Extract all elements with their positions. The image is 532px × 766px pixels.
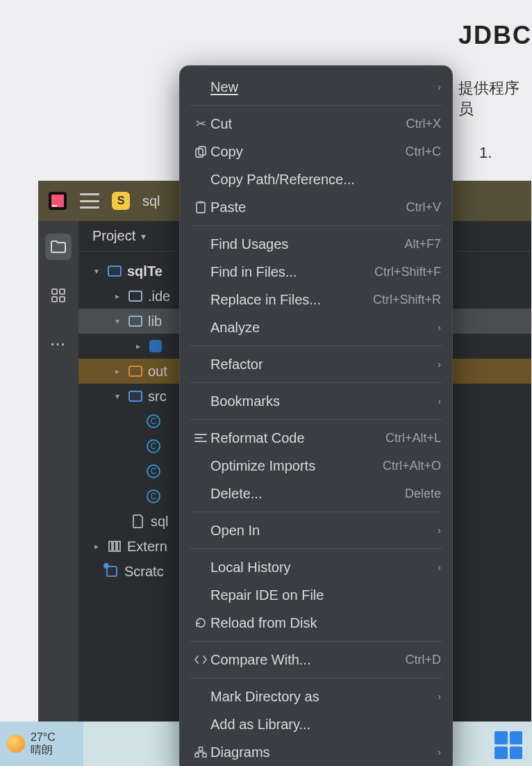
weather-widget[interactable]: 27°C 晴朗 xyxy=(0,722,83,766)
context-menu: New › ✂ Cut Ctrl+X Copy Ctrl+C Copy Path… xyxy=(179,65,453,766)
diagrams-icon xyxy=(191,747,210,758)
main-menu-button[interactable] xyxy=(80,193,99,209)
structure-tool-button[interactable] xyxy=(45,282,72,309)
separator xyxy=(190,419,442,420)
chevron-right-icon: ▸ xyxy=(91,541,102,551)
ctx-copy-path[interactable]: Copy Path/Reference... xyxy=(180,165,452,193)
folder-icon xyxy=(128,366,142,377)
ctx-refactor[interactable]: Refactor › xyxy=(180,350,452,378)
svg-rect-12 xyxy=(199,202,203,204)
library-icon xyxy=(108,539,122,553)
ctx-mark-directory[interactable]: Mark Directory as › xyxy=(180,683,452,710)
ctx-new[interactable]: New › xyxy=(180,73,452,101)
ctx-label: Copy xyxy=(210,144,398,160)
tree-label: sqlTe xyxy=(127,263,163,279)
class-icon: C xyxy=(147,414,160,428)
clipboard-icon xyxy=(191,201,210,213)
chevron-right-icon: ▸ xyxy=(112,366,123,376)
windows-start-button[interactable] xyxy=(494,731,522,759)
folder-icon xyxy=(108,266,122,277)
class-icon: C xyxy=(147,489,160,503)
ctx-reformat-code[interactable]: Reformat Code Ctrl+Alt+L xyxy=(180,424,452,452)
svg-rect-13 xyxy=(195,753,199,757)
chevron-right-icon: › xyxy=(429,691,441,702)
svg-rect-5 xyxy=(60,297,65,302)
ctx-compare-with[interactable]: Compare With... Ctrl+D xyxy=(180,646,452,674)
chevron-right-icon: › xyxy=(429,562,441,573)
tree-label: .ide xyxy=(148,288,170,304)
chevron-right-icon: › xyxy=(429,359,441,370)
ctx-find-in-files[interactable]: Find in Files... Ctrl+Shift+F xyxy=(180,258,452,286)
folder-icon xyxy=(128,391,142,402)
ctx-bookmarks[interactable]: Bookmarks › xyxy=(180,387,452,415)
class-icon: C xyxy=(147,439,160,453)
ctx-shortcut: Ctrl+Alt+L xyxy=(385,431,441,446)
ctx-add-as-library[interactable]: Add as Library... xyxy=(180,710,452,738)
separator xyxy=(190,225,442,226)
ctx-shortcut: Ctrl+Shift+R xyxy=(373,293,441,307)
svg-rect-6 xyxy=(109,541,112,551)
file-type-chip: S xyxy=(112,192,130,210)
separator xyxy=(190,512,442,512)
ctx-delete[interactable]: Delete... Delete xyxy=(180,480,452,507)
separator xyxy=(190,641,442,642)
svg-rect-15 xyxy=(199,747,203,751)
ctx-diagrams[interactable]: Diagrams › xyxy=(180,738,452,766)
separator xyxy=(190,345,442,346)
ctx-label: Find in Files... xyxy=(210,264,367,280)
separator xyxy=(190,382,442,383)
tree-label: Extern xyxy=(127,539,167,555)
class-icon: C xyxy=(147,464,160,478)
svg-rect-7 xyxy=(113,541,116,551)
ctx-label: Compare With... xyxy=(210,652,398,668)
ctx-optimize-imports[interactable]: Optimize Imports Ctrl+Alt+O xyxy=(180,452,452,480)
more-tool-button[interactable]: ··· xyxy=(45,331,72,357)
ctx-find-usages[interactable]: Find Usages Alt+F7 xyxy=(180,230,452,258)
tree-label: out xyxy=(148,364,167,380)
svg-rect-10 xyxy=(199,147,206,155)
chevron-right-icon: › xyxy=(429,525,441,536)
jar-icon xyxy=(149,340,162,352)
weather-desc: 晴朗 xyxy=(31,744,56,756)
ctx-label: Mark Directory as xyxy=(210,689,429,705)
ctx-open-in[interactable]: Open In › xyxy=(180,516,452,544)
svg-rect-4 xyxy=(52,297,57,302)
chevron-right-icon: › xyxy=(429,396,441,407)
ctx-shortcut: Alt+F7 xyxy=(404,237,441,252)
tree-label: src xyxy=(148,389,167,405)
ctx-label: Local History xyxy=(210,560,429,576)
chevron-right-icon: ▸ xyxy=(133,341,144,351)
separator xyxy=(190,105,442,106)
ctx-replace-in-files[interactable]: Replace in Files... Ctrl+Shift+R xyxy=(180,286,452,313)
ctx-local-history[interactable]: Local History › xyxy=(180,553,452,581)
ctx-copy[interactable]: Copy Ctrl+C xyxy=(180,138,452,165)
ctx-reload-from-disk[interactable]: Reload from Disk xyxy=(180,609,452,637)
ctx-cut[interactable]: ✂ Cut Ctrl+X xyxy=(180,110,452,138)
ctx-repair-ide[interactable]: Repair IDE on File xyxy=(180,581,452,609)
chevron-right-icon: › xyxy=(429,747,441,758)
scratches-icon xyxy=(105,564,119,578)
doc-title: JDBC xyxy=(458,21,532,50)
chevron-right-icon: › xyxy=(429,322,441,333)
ctx-shortcut: Ctrl+X xyxy=(406,117,441,131)
doc-paragraph: 提供程序员 xyxy=(458,78,532,120)
ctx-label: Optimize Imports xyxy=(210,458,376,474)
ctx-label: Repair IDE on File xyxy=(210,587,441,603)
chevron-down-icon: ▾ xyxy=(112,391,123,401)
ctx-paste[interactable]: Paste Ctrl+V xyxy=(180,193,452,221)
file-icon xyxy=(131,514,145,528)
separator xyxy=(190,678,442,678)
ctx-shortcut: Ctrl+Shift+F xyxy=(374,265,441,279)
ctx-analyze[interactable]: Analyze › xyxy=(180,313,452,341)
tool-window-rail: ··· xyxy=(38,221,78,766)
ctx-label: Analyze xyxy=(210,320,429,336)
ctx-shortcut: Ctrl+D xyxy=(405,653,441,667)
svg-rect-9 xyxy=(196,149,203,157)
ctx-shortcut: Ctrl+C xyxy=(405,145,441,159)
ctx-label: Reformat Code xyxy=(210,430,379,446)
ctx-label: Find Usages xyxy=(210,236,397,252)
separator xyxy=(190,548,442,549)
project-tool-button[interactable] xyxy=(45,234,72,260)
tree-label: sql xyxy=(151,514,169,530)
chevron-right-icon: › xyxy=(429,81,441,92)
